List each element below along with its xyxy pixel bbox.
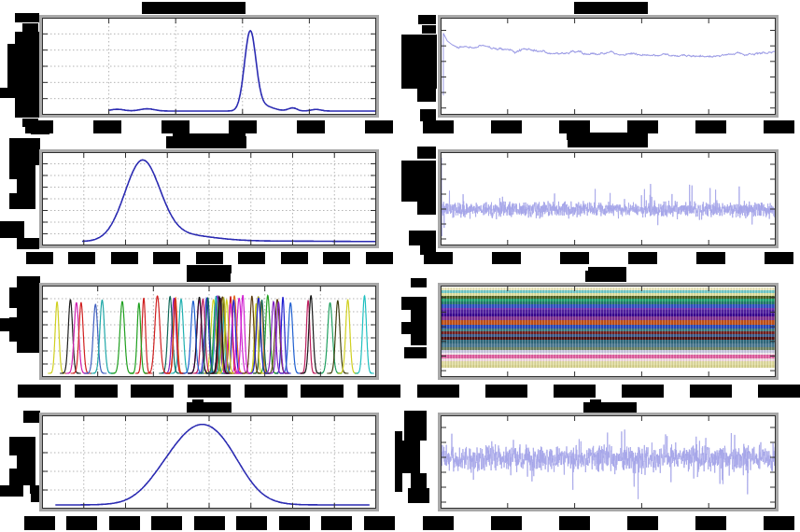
xtick-redaction-box <box>279 516 310 530</box>
ytick-redaction-box <box>0 318 13 331</box>
plot-axes-density-row2-left <box>39 149 379 248</box>
xtick-redaction-box <box>364 516 395 530</box>
xtick-redaction-box <box>66 516 97 530</box>
ytick-redaction-box <box>417 147 436 159</box>
xtick-redaction-box <box>188 385 231 398</box>
gridlines <box>43 153 375 245</box>
ytick-redaction-box <box>411 334 427 345</box>
ytick-redaction-box <box>17 342 40 353</box>
xtick-redaction-box <box>236 516 267 530</box>
xtick-redaction-box <box>366 252 393 264</box>
ytick-redaction-box <box>401 322 427 334</box>
tick-marks <box>442 153 775 245</box>
ytick-redaction-box <box>9 165 35 179</box>
xtick-redaction-box <box>75 385 118 398</box>
ytick-redaction-box <box>395 431 402 492</box>
ytick-redaction-box <box>9 469 35 485</box>
xtick-redaction-box <box>245 385 288 398</box>
plot-axes-trace-top-right <box>438 15 779 118</box>
xtick-redaction-box <box>627 120 658 133</box>
trace-noise-line <box>441 429 776 498</box>
ytick-redaction-box <box>9 193 35 209</box>
xtick-redaction-box <box>485 385 527 398</box>
trace-noise-line <box>441 158 776 236</box>
xtick-redaction-box <box>68 252 95 264</box>
ytick-redaction-box <box>401 161 436 202</box>
ytick-redaction-box <box>9 437 35 455</box>
xtick-redaction-box <box>690 385 732 398</box>
ytick-redaction-box <box>0 221 24 238</box>
title-redaction-box <box>574 2 648 14</box>
axes-inner-border <box>442 153 776 245</box>
xtick-redaction-box <box>695 516 726 530</box>
xtick-redaction-box <box>423 120 454 133</box>
plot-axes-trace-row2-right <box>438 149 779 248</box>
ytick-redaction-box <box>401 35 437 89</box>
ytick-redaction-box <box>7 44 39 88</box>
ytick-redaction-box <box>9 287 40 308</box>
title-redaction-box <box>166 136 246 148</box>
xtick-redaction-box <box>18 385 61 398</box>
xtick-redaction-box <box>627 516 658 530</box>
plot-axes-density-bottom-left <box>39 413 379 511</box>
plot-svg-trace-bottom-right <box>441 415 776 509</box>
ytick-redaction-box <box>401 297 427 310</box>
xtick-redaction-box <box>622 385 664 398</box>
ytick-redaction-box <box>17 276 40 287</box>
axes-inner-border <box>442 287 776 377</box>
ytick-redaction-box <box>15 13 39 22</box>
ytick-redaction-box <box>17 179 35 193</box>
gridlines <box>43 416 375 508</box>
xtick-redaction-box <box>93 120 121 133</box>
xtick-redaction-box <box>365 120 393 133</box>
ytick-redaction-box <box>15 98 39 118</box>
xtick-redaction-box <box>764 516 794 530</box>
axes-inner-border <box>442 19 776 115</box>
xtick-redaction-box <box>26 252 53 264</box>
plot-svg-density-row2-left <box>42 152 376 245</box>
xtick-redaction-box <box>765 252 793 264</box>
xtick-redaction-box <box>301 385 344 398</box>
ytick-redaction-box <box>401 441 420 473</box>
density-curve <box>82 160 376 241</box>
ytick-redaction-box <box>23 411 40 423</box>
xtick-redaction-box <box>194 516 225 530</box>
xtick-redaction-box <box>161 120 189 133</box>
xtick-redaction-box <box>423 516 454 530</box>
xtick-redaction-box <box>196 252 223 264</box>
ytick-redaction-box <box>22 23 38 32</box>
xtick-redaction-box <box>696 252 725 264</box>
plot-svg-density-bottom-left <box>42 415 376 509</box>
tick-marks <box>442 19 775 114</box>
density-curve <box>109 31 376 111</box>
gridlines <box>43 19 375 114</box>
ytick-redaction-box <box>408 488 429 503</box>
plot-axes-multi-density-row3-left <box>39 283 379 380</box>
ytick-redaction-box <box>17 238 39 249</box>
xtick-redaction-box <box>492 252 521 264</box>
xtick-redaction-box <box>559 120 590 133</box>
xtick-redaction-box <box>424 252 453 264</box>
xtick-redaction-box <box>297 120 325 133</box>
xtick-redaction-box <box>24 516 55 530</box>
xtick-redaction-box <box>358 385 400 398</box>
trace-line <box>443 34 776 96</box>
xtick-redaction-box <box>758 385 800 398</box>
xtick-redaction-box <box>491 120 522 133</box>
plot-svg-trace-row2-right <box>441 152 776 245</box>
component-density-curve <box>355 296 374 373</box>
xtick-redaction-box <box>695 120 726 133</box>
tick-marks <box>442 287 775 376</box>
ytick-redaction-box <box>418 15 436 24</box>
ytick-redaction-box <box>404 347 427 358</box>
plot-svg-density-top-left <box>42 18 376 115</box>
plot-axes-density-top-left <box>39 15 379 118</box>
ytick-redaction-box <box>17 455 35 469</box>
xtick-redaction-box <box>151 516 182 530</box>
ytick-redaction-box <box>422 25 436 34</box>
ytick-redaction-box <box>411 310 427 322</box>
title-redaction-box <box>142 2 246 14</box>
xtick-redaction-box <box>25 120 53 133</box>
xtick-redaction-box <box>628 252 657 264</box>
ytick-redaction-box <box>9 138 40 165</box>
